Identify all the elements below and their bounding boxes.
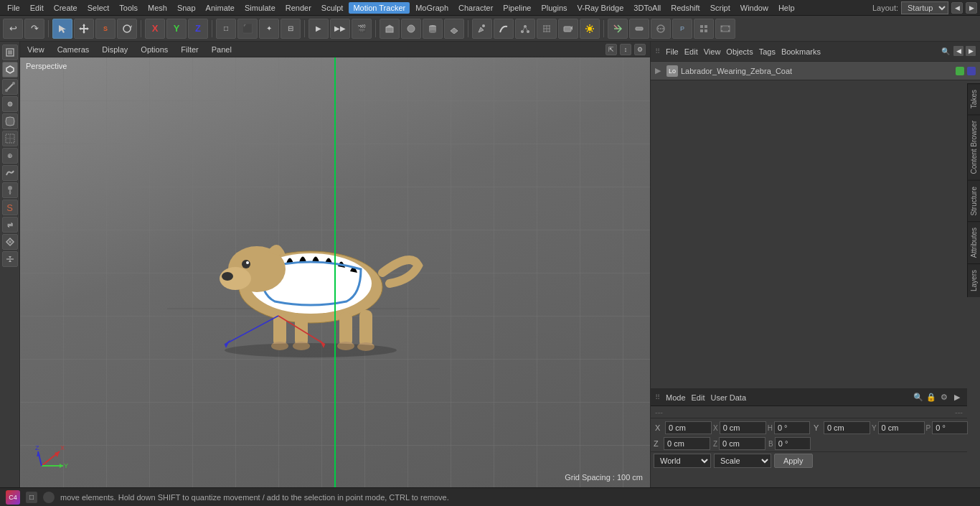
- loop-cut-btn[interactable]: [651, 19, 671, 39]
- paint-mode-btn[interactable]: [2, 182, 18, 198]
- null-object-btn[interactable]: □: [216, 19, 236, 39]
- menu-mograph[interactable]: MoGraph: [411, 2, 453, 14]
- x-axis-btn[interactable]: X: [145, 19, 165, 39]
- film-btn[interactable]: [715, 19, 735, 39]
- cube-btn[interactable]: ⬛: [237, 19, 258, 39]
- menu-help[interactable]: Help: [774, 2, 799, 14]
- coord-z-size-input[interactable]: [719, 437, 765, 450]
- attr-expand-btn[interactable]: ▶: [951, 392, 963, 403]
- menu-sculpt[interactable]: Sculpt: [317, 2, 348, 14]
- vp-icon-expand[interactable]: ⇱: [606, 44, 617, 55]
- rp-search-btn[interactable]: 🔍: [940, 46, 951, 57]
- rp-bookmarks[interactable]: Bookmarks: [781, 47, 821, 56]
- rp-objects[interactable]: Objects: [726, 47, 753, 56]
- vertex-btn[interactable]: [515, 19, 535, 39]
- obj-visible-icon[interactable]: [956, 67, 964, 75]
- geo-plane-btn[interactable]: [444, 19, 464, 39]
- menu-select[interactable]: Select: [83, 2, 114, 14]
- scale-dropdown[interactable]: Scale: [714, 454, 771, 468]
- menu-plugins[interactable]: Plugins: [537, 2, 571, 14]
- layout-dropdown[interactable]: Startup: [901, 1, 948, 14]
- rotate-tool-btn[interactable]: [117, 19, 137, 39]
- menu-pipeline[interactable]: Pipeline: [499, 2, 535, 14]
- vp-view[interactable]: View: [24, 44, 47, 55]
- menu-script[interactable]: Script: [706, 2, 735, 14]
- scale-tool-btn[interactable]: S: [95, 19, 116, 39]
- camera-btn[interactable]: [558, 19, 578, 39]
- apply-button[interactable]: Apply: [774, 454, 813, 468]
- redo-button[interactable]: ↷: [24, 19, 44, 39]
- menu-render[interactable]: Render: [281, 2, 316, 14]
- geo-sphere-btn[interactable]: [401, 19, 421, 39]
- menu-motion-tracker[interactable]: Motion Tracker: [349, 2, 410, 14]
- edge-tab-content-browser[interactable]: Content Browser: [968, 114, 980, 179]
- menu-window[interactable]: Window: [736, 2, 773, 14]
- menu-snap[interactable]: Snap: [173, 2, 200, 14]
- snap-btn-side[interactable]: [2, 234, 18, 250]
- geo-cylinder-btn[interactable]: [423, 19, 443, 39]
- edge-tab-layers[interactable]: Layers: [968, 263, 980, 297]
- vp-icon-settings[interactable]: ⚙: [634, 44, 646, 55]
- menu-3dtoall[interactable]: 3DToAll: [629, 2, 665, 14]
- pen-tool-btn[interactable]: [472, 19, 492, 39]
- menu-simulate[interactable]: Simulate: [240, 2, 280, 14]
- rp-icon-1[interactable]: ◀: [953, 46, 963, 56]
- move-tool-btn[interactable]: [74, 19, 94, 39]
- menu-redshift[interactable]: Redshift: [666, 2, 704, 14]
- y-axis-btn[interactable]: Y: [166, 19, 187, 39]
- rp-edit[interactable]: Edit: [684, 47, 698, 56]
- coord-h-input[interactable]: [774, 421, 810, 434]
- extrude-btn[interactable]: ⊟: [281, 19, 301, 39]
- coord-b-input[interactable]: [775, 437, 811, 450]
- coord-x-size-input[interactable]: [720, 421, 766, 434]
- rp-file[interactable]: File: [666, 47, 679, 56]
- mode-edge-btn[interactable]: [2, 79, 18, 95]
- attr-mode[interactable]: Mode: [666, 393, 686, 402]
- texture-mode-btn[interactable]: [2, 113, 18, 129]
- edge-tab-structure[interactable]: Structure: [968, 180, 980, 222]
- extrude-inner-btn[interactable]: P: [672, 19, 692, 39]
- menu-tools[interactable]: Tools: [115, 2, 142, 14]
- layout-right-btn[interactable]: ▶: [966, 2, 977, 14]
- z-axis-btn[interactable]: Z: [188, 19, 208, 39]
- rp-icon-2[interactable]: ▶: [966, 46, 976, 56]
- render-settings-btn[interactable]: 🎬: [352, 19, 372, 39]
- menu-file[interactable]: File: [3, 2, 24, 14]
- vp-panel[interactable]: Panel: [209, 44, 235, 55]
- vp-filter[interactable]: Filter: [178, 44, 201, 55]
- vp-cameras[interactable]: Cameras: [55, 44, 93, 55]
- layout-left-btn[interactable]: ◀: [951, 2, 963, 14]
- mode-vertex-btn[interactable]: [2, 96, 18, 112]
- transform-btn[interactable]: [608, 19, 628, 39]
- layer-mode-btn[interactable]: ⊕: [2, 148, 18, 164]
- coord-y-size-input[interactable]: [878, 421, 925, 434]
- mode-object-btn[interactable]: [2, 44, 18, 60]
- render-preview-btn[interactable]: ▶▶: [330, 19, 350, 39]
- coord-p-input[interactable]: [932, 421, 968, 434]
- menu-mesh[interactable]: Mesh: [143, 2, 171, 14]
- vp-display[interactable]: Display: [99, 44, 131, 55]
- mode-poly-btn[interactable]: [2, 62, 18, 78]
- undo-button[interactable]: ↩: [3, 19, 23, 39]
- uv-mode-btn[interactable]: [2, 131, 18, 146]
- attr-lock-btn[interactable]: 🔒: [925, 392, 937, 403]
- rp-view[interactable]: View: [704, 47, 721, 56]
- vp-icon-arrows[interactable]: ↕: [620, 44, 631, 55]
- sculpt-mode-btn[interactable]: [2, 165, 18, 181]
- object-list-item[interactable]: ▶ Lo Labrador_Wearing_Zebra_Coat: [651, 62, 980, 80]
- render-viewport-btn[interactable]: ▶: [308, 19, 329, 39]
- attr-settings-btn[interactable]: ⚙: [938, 392, 950, 403]
- grid-snap-btn[interactable]: [537, 19, 557, 39]
- coord-y-pos-input[interactable]: [824, 421, 870, 434]
- spline-tool-btn[interactable]: [494, 19, 514, 39]
- attr-edit[interactable]: Edit: [692, 393, 705, 402]
- select-tool-btn[interactable]: [52, 19, 72, 39]
- edge-tab-takes[interactable]: Takes: [968, 83, 980, 114]
- vp-options[interactable]: Options: [138, 44, 171, 55]
- attr-user-data[interactable]: User Data: [711, 393, 747, 402]
- mirror-btn[interactable]: ⇌: [2, 217, 18, 233]
- obj-color-icon[interactable]: [967, 67, 976, 75]
- world-dropdown[interactable]: World: [654, 454, 711, 468]
- edge-tab-attributes[interactable]: Attributes: [968, 221, 980, 263]
- menu-animate[interactable]: Animate: [202, 2, 239, 14]
